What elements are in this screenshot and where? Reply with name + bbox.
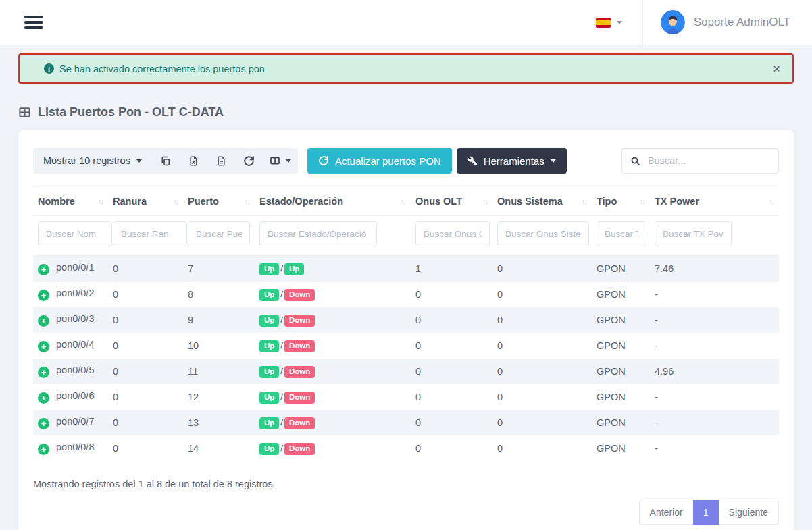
sort-icon[interactable]: ↑↓ <box>245 196 249 205</box>
sort-icon[interactable]: ↑↓ <box>482 196 487 205</box>
column-header-ranura[interactable]: Ranura↑↓ <box>108 186 183 216</box>
port-name: pon0/0/5 <box>56 365 94 375</box>
chevron-down-icon <box>551 159 556 163</box>
column-header-estado[interactable]: Estado/Operación↑↓ <box>255 186 411 216</box>
content-area: i Se han activado correctamente los puer… <box>0 53 812 530</box>
cell-estado-operacion: Up/Down <box>255 384 411 410</box>
table-row: +pon0/0/7013Up/Down00GPON- <box>33 410 779 435</box>
cell-onus-olt: 1 <box>411 256 492 282</box>
filter-input-puerto[interactable] <box>188 221 250 246</box>
previous-page-button[interactable]: Anterior <box>639 500 693 525</box>
column-header-nombre[interactable]: Nombre↑↓ <box>33 186 108 216</box>
sort-icon[interactable]: ↑↓ <box>401 196 405 205</box>
cell-nombre: +pon0/0/4 <box>33 333 108 359</box>
cell-puerto: 10 <box>183 333 255 359</box>
success-alert: i Se han activado correctamente los puer… <box>18 53 794 84</box>
expand-row-icon[interactable]: + <box>38 290 49 301</box>
sort-icon[interactable]: ↑↓ <box>640 196 644 205</box>
expand-row-icon[interactable]: + <box>38 444 49 455</box>
status-badge-down: Down <box>284 392 315 404</box>
expand-row-icon[interactable]: + <box>38 341 49 352</box>
cell-onus-olt: 0 <box>411 307 492 333</box>
status-badge-up: Up <box>259 417 279 429</box>
cell-onus-sistema: 0 <box>492 307 592 333</box>
filter-cell <box>650 216 779 256</box>
expand-row-icon[interactable]: + <box>38 264 49 275</box>
export-excel-button[interactable] <box>180 148 207 174</box>
top-navbar: Soporte AdminOLT <box>0 0 812 45</box>
status-badge-down: Down <box>284 443 315 455</box>
user-menu[interactable]: Soporte AdminOLT <box>643 10 812 34</box>
column-label: Estado/Operación <box>259 196 343 207</box>
cell-tipo: GPON <box>592 384 650 410</box>
expand-row-icon[interactable]: + <box>38 315 49 327</box>
refresh-icon <box>318 155 329 166</box>
menu-toggle-icon[interactable] <box>24 13 43 32</box>
badge-separator: / <box>280 392 283 402</box>
table-row: +pon0/0/6012Up/Down00GPON- <box>33 384 779 410</box>
search-input[interactable] <box>648 155 770 166</box>
expand-row-icon[interactable]: + <box>38 392 49 404</box>
column-header-tx-power[interactable]: TX Power↑↓ <box>650 186 779 216</box>
table-row: +pon0/0/8014Up/Down00GPON- <box>33 435 779 461</box>
copy-button[interactable] <box>152 148 180 174</box>
language-selector[interactable] <box>596 18 622 28</box>
table-row: +pon0/0/4010Up/Down00GPON- <box>33 333 779 359</box>
tools-dropdown[interactable]: Herramientas <box>457 148 567 174</box>
page-title: Lista Puertos Pon - OLT C-DATA <box>18 105 794 120</box>
update-pon-ports-button[interactable]: Actualizar puertos PON <box>307 148 452 174</box>
filter-input-onus-olt[interactable] <box>415 221 490 246</box>
sort-icon[interactable]: ↑↓ <box>769 196 773 205</box>
table-icon <box>18 106 31 119</box>
table-header-row: Nombre↑↓Ranura↑↓Puerto↑↓Estado/Operación… <box>33 186 779 216</box>
column-header-tipo[interactable]: Tipo↑↓ <box>592 186 650 216</box>
column-header-onus-sistema[interactable]: Onus Sistema↑↓ <box>492 186 592 216</box>
close-icon[interactable]: × <box>773 62 780 75</box>
search-container <box>621 148 779 174</box>
cell-estado-operacion: Up/Down <box>255 359 411 384</box>
filter-cell <box>411 216 492 256</box>
status-badge-up: Up <box>259 289 279 301</box>
cell-tx-power: - <box>650 282 779 307</box>
cell-tipo: GPON <box>592 435 650 461</box>
columns-visibility-dropdown[interactable] <box>263 148 298 174</box>
tools-label: Herramientas <box>484 155 544 167</box>
reload-button[interactable] <box>235 148 263 174</box>
current-page-button[interactable]: 1 <box>693 500 719 525</box>
port-name: pon0/0/1 <box>56 262 94 273</box>
cell-estado-operacion: Up/Down <box>255 282 411 307</box>
sort-icon[interactable]: ↑↓ <box>582 196 586 205</box>
table-toolbar: Mostrar 10 registros <box>33 148 779 174</box>
filter-input-tipo[interactable] <box>597 221 646 246</box>
cell-nombre: +pon0/0/5 <box>33 359 108 384</box>
sort-icon[interactable]: ↑↓ <box>173 196 178 205</box>
table-row: +pon0/0/107Up/Up10GPON7.46 <box>33 256 779 282</box>
sort-icon[interactable]: ↑↓ <box>98 196 103 205</box>
badge-separator: / <box>280 366 283 376</box>
filter-input-nombre[interactable] <box>38 221 112 246</box>
status-badge-down: Down <box>284 417 315 429</box>
status-badge-down: Down <box>284 289 315 301</box>
pon-ports-card: Mostrar 10 registros <box>18 130 794 530</box>
next-page-button[interactable]: Siguiente <box>719 500 779 525</box>
cell-tx-power: - <box>650 307 779 333</box>
expand-row-icon[interactable]: + <box>38 418 49 429</box>
copy-icon <box>160 155 171 167</box>
filter-input-ranura[interactable] <box>113 221 187 246</box>
cell-nombre: +pon0/0/8 <box>33 435 108 461</box>
column-label: Onus Sistema <box>497 196 563 207</box>
status-badge-down: Down <box>284 315 315 327</box>
chevron-down-icon <box>286 159 291 163</box>
cell-onus-olt: 0 <box>411 359 492 384</box>
show-records-dropdown[interactable]: Mostrar 10 registros <box>33 148 152 174</box>
filter-input-onus-sistema[interactable] <box>497 221 589 246</box>
cell-nombre: +pon0/0/7 <box>33 410 108 435</box>
column-header-puerto[interactable]: Puerto↑↓ <box>183 186 255 216</box>
spain-flag-icon <box>596 18 611 28</box>
filter-input-tx-power[interactable] <box>655 221 732 246</box>
export-file-button[interactable] <box>207 148 235 174</box>
filter-input-estado[interactable] <box>259 221 377 246</box>
status-badge-up: Up <box>259 340 279 352</box>
expand-row-icon[interactable]: + <box>38 367 49 378</box>
column-header-onus-olt[interactable]: Onus OLT↑↓ <box>411 186 492 216</box>
